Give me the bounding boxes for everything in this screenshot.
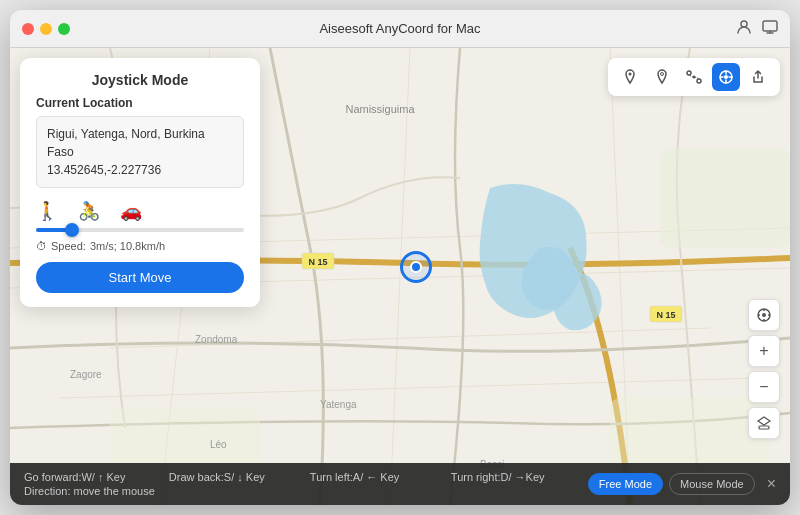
zoom-out-icon: −: [759, 378, 768, 396]
layers-button[interactable]: [748, 407, 780, 439]
speed-slider-container: [36, 228, 244, 232]
marker-inner: [410, 261, 422, 273]
key-hints: Go forward:W/ ↑ Key Draw back:S/ ↓ Key T…: [24, 471, 578, 497]
svg-point-32: [724, 75, 728, 79]
svg-text:Léo: Léo: [210, 439, 227, 450]
hint-back: Draw back:S/ ↓ Key: [169, 471, 296, 483]
top-toolbar: [608, 58, 780, 96]
bottom-bar: Go forward:W/ ↑ Key Draw back:S/ ↓ Key T…: [10, 463, 790, 505]
slider-track[interactable]: [36, 228, 244, 232]
joystick-panel: Joystick Mode Current Location Rigui, Ya…: [20, 58, 260, 307]
svg-point-27: [661, 73, 664, 76]
mode-buttons: Free Mode Mouse Mode ×: [588, 473, 776, 495]
titlebar-right-icons: [736, 19, 778, 39]
maximize-button[interactable]: [58, 23, 70, 35]
svg-rect-1: [763, 21, 777, 31]
hint-direction: Direction: move the mouse: [24, 485, 155, 497]
app-title: Aiseesoft AnyCoord for Mac: [319, 21, 480, 36]
monitor-icon[interactable]: [762, 19, 778, 39]
minimize-button[interactable]: [40, 23, 52, 35]
main-content: Namissiguima Aérodrome de Ouahiguouya Zo…: [10, 48, 790, 505]
start-move-button[interactable]: Start Move: [36, 262, 244, 293]
slider-thumb[interactable]: [65, 223, 79, 237]
marker-outer: [400, 251, 432, 283]
svg-rect-11: [660, 148, 790, 248]
joystick-button[interactable]: [712, 63, 740, 91]
svg-text:Zagore: Zagore: [70, 369, 102, 380]
export-button[interactable]: [744, 63, 772, 91]
svg-point-28: [687, 71, 691, 75]
location-line1: Rigui, Yatenga, Nord, Burkina Faso: [47, 127, 205, 159]
window-controls: [22, 23, 70, 35]
zoom-in-button[interactable]: +: [748, 335, 780, 367]
bike-mode-button[interactable]: 🚴: [78, 200, 100, 222]
route-button[interactable]: [680, 63, 708, 91]
slider-fill: [36, 228, 67, 232]
svg-rect-43: [759, 426, 769, 429]
speed-value: Speed:: [51, 240, 86, 252]
section-label: Current Location: [36, 96, 244, 110]
location-marker: [400, 251, 432, 283]
hint-left: Turn left:A/ ← Key: [310, 471, 437, 483]
location-center-button[interactable]: [748, 299, 780, 331]
speed-display: ⏱ Speed: 3m/s; 10.8km/h: [36, 240, 244, 252]
car-mode-button[interactable]: 🚗: [120, 200, 142, 222]
transport-mode-row: 🚶 🚴 🚗: [36, 200, 244, 222]
settings-pin-button[interactable]: [648, 63, 676, 91]
svg-text:Yatenga: Yatenga: [320, 399, 357, 410]
walk-mode-button[interactable]: 🚶: [36, 200, 58, 222]
svg-text:Namissiguima: Namissiguima: [345, 103, 415, 115]
speed-number: 3m/s; 10.8km/h: [90, 240, 165, 252]
user-icon[interactable]: [736, 19, 752, 39]
location-line2: 13.452645,-2.227736: [47, 163, 161, 177]
svg-text:Zondoma: Zondoma: [195, 334, 238, 345]
free-mode-button[interactable]: Free Mode: [588, 473, 663, 495]
app-window: Aiseesoft AnyCoord for Mac: [10, 10, 790, 505]
svg-point-0: [741, 21, 747, 27]
location-box: Rigui, Yatenga, Nord, Burkina Faso 13.45…: [36, 116, 244, 188]
zoom-in-icon: +: [759, 342, 768, 360]
pin-button[interactable]: [616, 63, 644, 91]
zoom-out-button[interactable]: −: [748, 371, 780, 403]
titlebar: Aiseesoft AnyCoord for Mac: [10, 10, 790, 48]
svg-text:N 15: N 15: [308, 257, 327, 267]
svg-point-38: [762, 313, 766, 317]
hint-right: Turn right:D/ →Key: [451, 471, 578, 483]
panel-title: Joystick Mode: [36, 72, 244, 88]
svg-text:N 15: N 15: [656, 310, 675, 320]
close-button[interactable]: [22, 23, 34, 35]
svg-point-29: [697, 79, 701, 83]
speed-icon: ⏱: [36, 240, 47, 252]
hint-forward: Go forward:W/ ↑ Key: [24, 471, 155, 483]
close-bar-button[interactable]: ×: [767, 476, 776, 492]
svg-point-26: [629, 73, 632, 76]
mouse-mode-button[interactable]: Mouse Mode: [669, 473, 755, 495]
right-map-controls: + −: [748, 299, 780, 439]
